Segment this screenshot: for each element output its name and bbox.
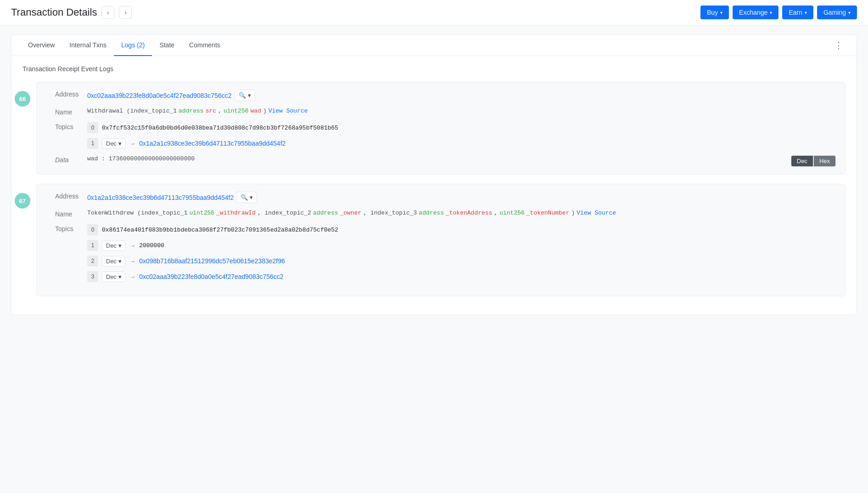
log-67-topic-3-index: 3 bbox=[87, 271, 98, 282]
log-66-data-label: Data bbox=[55, 155, 87, 164]
log-block-66: Address 0xc02aaa39b223fe8d0a0e5c4f27ead9… bbox=[36, 82, 846, 175]
log-67-topic-2-row: 2 Dec ▾ → 0x098b716b8aaf21512996dc57eb06… bbox=[87, 255, 338, 266]
log-entry-66: 66 Address 0xc02aaa39b223fe8d0a0e5c4f27e… bbox=[22, 82, 846, 175]
tab-logs[interactable]: Logs (2) bbox=[114, 35, 152, 56]
log-67-name-label: Name bbox=[55, 210, 87, 218]
log-67-param3-name: _tokenAddress bbox=[446, 210, 492, 216]
log-66-address-row: Address 0xc02aaa39b223fe8d0a0e5c4f27ead9… bbox=[55, 90, 836, 101]
log-66-topic-0-row: 0 0x7fcf532c15f0a6db0bd6d0e038bea71d30d8… bbox=[87, 122, 338, 133]
log-67-topic-3-dec-button[interactable]: Dec ▾ bbox=[102, 272, 126, 282]
search-icon-2: 🔍 bbox=[241, 194, 248, 201]
log-66-param2-type: uint256 bbox=[224, 108, 249, 114]
log-66-topic-1-link[interactable]: 0x1a2a1c938ce3ec39b6d47113c7955baa9dd454… bbox=[139, 140, 286, 147]
tab-internal-txns[interactable]: Internal Txns bbox=[62, 35, 114, 56]
tabs-bar: Overview Internal Txns Logs (2) State Co… bbox=[11, 35, 857, 56]
log-67-topic-2-index: 2 bbox=[87, 255, 98, 266]
log-67-topic-1-arrow: → bbox=[129, 242, 135, 249]
log-67-topic-3-row: 3 Dec ▾ → 0xc02aaa39b223fe8d0a0e5c4f27ea… bbox=[87, 271, 338, 282]
log-66-topic-1-index: 1 bbox=[87, 138, 98, 149]
earn-chevron-icon: ▾ bbox=[805, 10, 807, 15]
nav-prev-button[interactable]: ‹ bbox=[101, 6, 114, 19]
log-entry-67: 67 Address 0x1a2a1c938ce3ec39b6d47113c79… bbox=[22, 184, 846, 296]
log-66-topics-label: Topics bbox=[55, 122, 87, 130]
log-67-sep2: , index_topic_3 bbox=[363, 210, 417, 216]
log-67-name-value: TokenWithdrew (index_topic_1 uint256 _wi… bbox=[87, 210, 836, 216]
log-67-topic-1-index: 1 bbox=[87, 240, 98, 251]
main-card: Overview Internal Txns Logs (2) State Co… bbox=[11, 34, 857, 315]
log-66-topics-row: Topics 0 0x7fcf532c15f0a6db0bd6d0e038bea… bbox=[55, 122, 836, 149]
log-67-param2-name: _owner bbox=[340, 210, 362, 216]
log-66-data-row: Data wad : 173600000000000000000000 Dec … bbox=[55, 155, 836, 167]
exchange-button[interactable]: Exchange ▾ bbox=[733, 6, 778, 19]
log-67-topic-0-row: 0 0x86174ea401f083b9bb1bdebca3068f27fb02… bbox=[87, 224, 338, 235]
log-67-view-source-link[interactable]: View Source bbox=[577, 210, 616, 216]
log-67-name-content: TokenWithdrew (index_topic_1 uint256 _wi… bbox=[87, 210, 616, 216]
log-66-view-source-link[interactable]: View Source bbox=[269, 108, 308, 114]
log-67-param2-type: address bbox=[313, 210, 338, 216]
log-67-topic-1-row: 1 Dec ▾ → 2000000 bbox=[87, 240, 338, 251]
log-67-param1-type: uint256 bbox=[189, 210, 214, 216]
tab-overview[interactable]: Overview bbox=[21, 35, 62, 56]
log-66-name-paren: ) bbox=[263, 108, 267, 114]
exchange-chevron-icon: ▾ bbox=[770, 10, 772, 15]
log-66-param2-name: wad bbox=[250, 108, 261, 114]
nav-next-button[interactable]: › bbox=[119, 6, 132, 19]
log-67-address-link[interactable]: 0x1a2a1c938ce3ec39b6d47113c7955baa9dd454… bbox=[87, 194, 234, 201]
log-66-sep: , bbox=[218, 108, 222, 114]
log-67-param3-type: address bbox=[419, 210, 444, 216]
top-bar-right: Buy ▾ Exchange ▾ Earn ▾ Gaming ▾ bbox=[700, 6, 857, 19]
buy-chevron-icon: ▾ bbox=[720, 10, 722, 15]
page-title: Transaction Details bbox=[11, 6, 97, 18]
log-67-topic-2-dec-button[interactable]: Dec ▾ bbox=[102, 256, 126, 266]
search-chevron-icon-2: ▾ bbox=[250, 194, 253, 201]
log-67-param4-name: _tokenNumber bbox=[526, 210, 570, 216]
log-67-address-row: Address 0x1a2a1c938ce3ec39b6d47113c7955b… bbox=[55, 192, 836, 203]
top-bar-left: Transaction Details ‹ › bbox=[11, 6, 132, 19]
buy-button[interactable]: Buy ▾ bbox=[700, 6, 729, 19]
log-66-data-buttons: Dec Hex bbox=[791, 155, 836, 167]
log-66-name-row: Name Withdrawal (index_topic_1 address s… bbox=[55, 108, 836, 116]
log-67-param1-name: _withdrawId bbox=[216, 210, 256, 216]
tab-comments[interactable]: Comments bbox=[182, 35, 228, 56]
log-67-dec1-chevron-icon: ▾ bbox=[118, 242, 122, 249]
search-chevron-icon: ▾ bbox=[248, 92, 251, 99]
log-66-search-button[interactable]: 🔍 ▾ bbox=[235, 90, 255, 101]
log-67-sep3: , bbox=[494, 210, 498, 216]
log-66-name-value: Withdrawal (index_topic_1 address src , … bbox=[87, 108, 836, 114]
log-67-topic-0-hash: 0x86174ea401f083b9bb1bdebca3068f27fb023c… bbox=[102, 227, 338, 233]
log-67-topic-1-dec-button[interactable]: Dec ▾ bbox=[102, 240, 126, 251]
log-66-address-value: 0xc02aaa39b223fe8d0a0e5c4f27ead9083c756c… bbox=[87, 90, 836, 101]
log-66-topic-1-row: 1 Dec ▾ → 0x1a2a1c938ce3ec39b6d47113c795… bbox=[87, 138, 338, 149]
tab-state[interactable]: State bbox=[152, 35, 182, 56]
log-67-topics-row: Topics 0 0x86174ea401f083b9bb1bdebca3068… bbox=[55, 224, 836, 282]
log-66-param1-type: address bbox=[179, 108, 204, 114]
gaming-chevron-icon: ▾ bbox=[848, 10, 851, 15]
log-66-topics-list: 0 0x7fcf532c15f0a6db0bd6d0e038bea71d30d8… bbox=[87, 122, 338, 149]
log-66-topic-1-dec-button[interactable]: Dec ▾ bbox=[102, 138, 126, 149]
log-66-param1-name: src bbox=[206, 108, 216, 114]
gaming-button[interactable]: Gaming ▾ bbox=[817, 6, 857, 19]
log-67-topic-2-link[interactable]: 0x098b716b8aaf21512996dc57eb0615e2383e2f… bbox=[139, 257, 285, 265]
log-67-topics-label: Topics bbox=[55, 224, 87, 232]
log-67-address-label: Address bbox=[55, 192, 87, 200]
log-66-name-content: Withdrawal (index_topic_1 address src , … bbox=[87, 108, 308, 114]
log-66-address-link[interactable]: 0xc02aaa39b223fe8d0a0e5c4f27ead9083c756c… bbox=[87, 92, 232, 99]
log-66-topic-1-arrow: → bbox=[129, 140, 135, 147]
card-body: Transaction Receipt Event Logs 66 Addres… bbox=[11, 56, 857, 315]
earn-button[interactable]: Earn ▾ bbox=[782, 6, 813, 19]
log-67-search-button[interactable]: 🔍 ▾ bbox=[236, 192, 257, 203]
log-67-topic-0-index: 0 bbox=[87, 224, 98, 235]
log-66-data-value: wad : 173600000000000000000000 bbox=[87, 155, 791, 162]
log-67-address-value: 0x1a2a1c938ce3ec39b6d47113c7955baa9dd454… bbox=[87, 192, 836, 203]
log-67-topic-3-link[interactable]: 0xc02aaa39b223fe8d0a0e5c4f27ead9083c756c… bbox=[139, 273, 284, 280]
log-66-name-prefix: Withdrawal (index_topic_1 bbox=[87, 108, 177, 114]
log-66-dec-button[interactable]: Dec bbox=[791, 155, 813, 167]
log-66-hex-button[interactable]: Hex bbox=[813, 155, 836, 167]
log-block-67: Address 0x1a2a1c938ce3ec39b6d47113c7955b… bbox=[36, 184, 846, 296]
tab-more-icon[interactable]: ⋮ bbox=[830, 36, 847, 55]
log-67-topics-list: 0 0x86174ea401f083b9bb1bdebca3068f27fb02… bbox=[87, 224, 338, 282]
log-67-name-row: Name TokenWithdrew (index_topic_1 uint25… bbox=[55, 210, 836, 218]
log-67-dec3-chevron-icon: ▾ bbox=[118, 273, 122, 280]
log-67-name-paren: ) bbox=[571, 210, 575, 216]
log-66-topic-0-index: 0 bbox=[87, 122, 98, 133]
